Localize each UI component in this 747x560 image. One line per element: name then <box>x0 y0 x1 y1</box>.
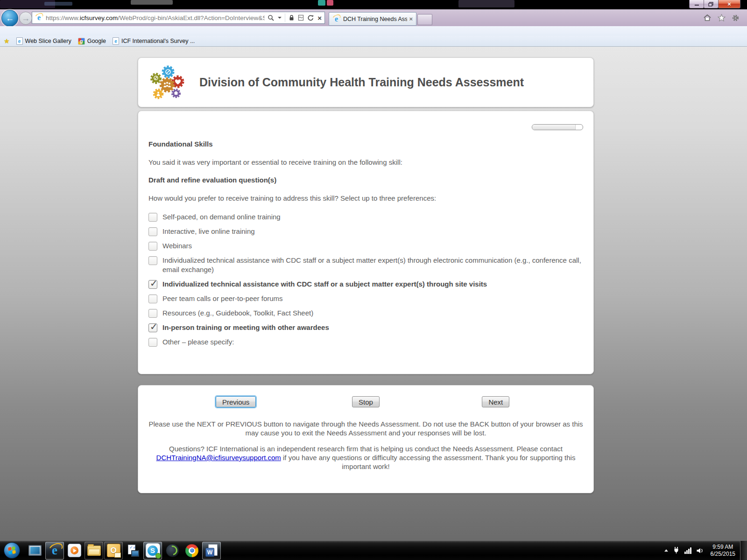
checkbox-label[interactable]: Interactive, live online training <box>162 227 255 236</box>
tools-gear-icon[interactable] <box>732 14 740 22</box>
favorites-bar-item[interactable]: ICF International's Survey ... <box>113 37 195 45</box>
hidden-icons-arrow[interactable] <box>664 549 668 552</box>
task-list-icon[interactable]: ✓✓ <box>124 542 142 560</box>
back-button[interactable]: ← <box>1 10 18 27</box>
checkbox[interactable] <box>148 213 157 222</box>
question-text: How would you prefer to receive training… <box>148 194 583 202</box>
dropdown-icon[interactable] <box>278 16 282 19</box>
window-titlebar <box>0 0 747 9</box>
option-row[interactable]: Individualized technical assistance with… <box>148 256 583 274</box>
ie-favicon: e <box>332 15 340 23</box>
skill-text: Draft and refine evaluation question(s) <box>148 176 583 184</box>
stop-icon[interactable]: × <box>317 14 322 21</box>
checkbox-label[interactable]: Other – please specify: <box>162 337 234 347</box>
favorite-label: Google <box>87 38 106 44</box>
option-row[interactable]: Peer team calls or peer-to-peer forums <box>148 294 583 303</box>
address-bar-icons: × <box>268 14 322 22</box>
lock-icon <box>289 14 295 21</box>
footer-note-2-post: if you have any questions or difficulty … <box>281 454 576 470</box>
home-icon[interactable] <box>703 14 712 21</box>
stop-button[interactable]: Stop <box>352 396 380 407</box>
checkbox-label[interactable]: Webinars <box>162 241 192 251</box>
browser-navigation-bar: ← → e https://www.icfsurvey.com/WebProd/… <box>0 9 747 26</box>
show-desktop-button[interactable] <box>740 541 747 560</box>
favorites-bar-item[interactable]: Web Slice Gallery <box>16 37 71 45</box>
taskbar: e O ✓✓ S W 9:59 AM 6/25/2015 <box>0 541 747 560</box>
options-list: Self-paced, on demand online training In… <box>148 212 583 347</box>
window-controls: × <box>690 0 740 8</box>
option-row[interactable]: Interactive, live online training <box>148 227 583 236</box>
network-signal-icon[interactable] <box>684 547 691 554</box>
tab-dch-training[interactable]: e DCH Training Needs Assess... × <box>329 12 416 26</box>
address-bar[interactable]: e https://www.icfsurvey.com/WebProd/cgi-… <box>32 12 325 24</box>
file-explorer-icon[interactable] <box>85 542 103 560</box>
minimize-icon <box>694 2 699 6</box>
option-row[interactable]: In-person training or meeting with other… <box>148 323 583 332</box>
favorite-site-icon <box>16 37 23 45</box>
cisco-anyconnect-icon[interactable] <box>163 542 182 560</box>
option-row[interactable]: Resources (e.g., Guidebook, Toolkit, Fac… <box>148 308 583 318</box>
checkbox[interactable] <box>148 294 157 303</box>
chrome-icon[interactable] <box>183 542 201 560</box>
tab-close-icon[interactable]: × <box>409 16 413 22</box>
checkbox-label[interactable]: Individualized technical assistance with… <box>162 256 583 274</box>
forward-arrow-icon: → <box>21 14 30 22</box>
close-icon: × <box>727 0 731 7</box>
next-button[interactable]: Next <box>482 396 509 407</box>
checkbox-label[interactable]: Peer team calls or peer-to-peer forums <box>162 294 283 303</box>
power-plug-icon[interactable] <box>673 546 680 554</box>
survey-question-card: Foundational Skills You said it was very… <box>138 111 594 374</box>
close-button[interactable]: × <box>718 0 740 8</box>
checkbox[interactable] <box>148 227 157 236</box>
word-icon[interactable]: W <box>202 542 221 560</box>
checkbox-label[interactable]: Self-paced, on demand online training <box>162 212 281 222</box>
gears-logo <box>149 64 186 101</box>
previous-button[interactable]: Previous <box>216 396 256 407</box>
volume-icon[interactable] <box>696 547 704 554</box>
button-row: Previous Stop Next <box>143 385 589 407</box>
start-button[interactable] <box>4 542 20 559</box>
checkbox[interactable] <box>148 323 157 332</box>
option-row[interactable]: Other – please specify: <box>148 337 583 347</box>
option-row[interactable]: Webinars <box>148 241 583 251</box>
skype-icon[interactable]: S <box>143 542 162 560</box>
favorites-bar-star-icon[interactable]: ★ <box>4 37 10 45</box>
checkbox[interactable] <box>148 338 157 347</box>
checkbox[interactable] <box>148 242 157 251</box>
favorites-star-icon[interactable] <box>718 14 726 21</box>
media-player-icon[interactable] <box>65 542 84 560</box>
outlook-icon[interactable]: O <box>104 542 123 560</box>
checkbox[interactable] <box>148 256 157 265</box>
maximize-restore-button[interactable] <box>704 0 719 8</box>
taskbar-clock[interactable]: 9:59 AM 6/25/2015 <box>711 544 735 558</box>
support-email-link[interactable]: DCHTrainingNA@icfisurveysupport.com <box>156 454 281 462</box>
checkbox-label[interactable]: Resources (e.g., Guidebook, Toolkit, Fac… <box>162 308 313 318</box>
page-title: Division of Community Health Training Ne… <box>199 76 524 89</box>
checkbox[interactable] <box>148 309 157 318</box>
navigation-footer-card: Previous Stop Next Please use the NEXT o… <box>138 385 594 493</box>
new-tab-button[interactable] <box>417 14 432 25</box>
background-window-artifact <box>131 0 173 5</box>
windows-flag-icon <box>8 546 16 554</box>
browser-toolbar-icons <box>703 9 740 26</box>
checkbox[interactable] <box>148 280 157 289</box>
clock-date: 6/25/2015 <box>711 551 735 558</box>
minimize-button[interactable] <box>689 0 704 8</box>
checkbox-label[interactable]: Individualized technical assistance with… <box>162 280 487 289</box>
refresh-icon[interactable] <box>307 14 314 21</box>
forward-button[interactable]: → <box>19 12 32 25</box>
option-row[interactable]: Self-paced, on demand online training <box>148 212 583 222</box>
option-row[interactable]: Individualized technical assistance with… <box>148 280 583 289</box>
compatibility-view-icon[interactable] <box>298 14 304 21</box>
url-text[interactable]: https://www.icfsurvey.com/WebProd/cgi-bi… <box>46 14 265 21</box>
ie-favicon: e <box>35 14 43 22</box>
internet-explorer-icon[interactable]: e <box>45 542 64 560</box>
remote-desktop-icon[interactable] <box>26 542 44 560</box>
tab-strip: e DCH Training Needs Assess... × <box>329 12 432 26</box>
search-icon[interactable] <box>268 14 275 21</box>
favorites-bar-item[interactable]: Google <box>78 38 106 45</box>
background-window-artifact <box>44 2 72 6</box>
system-tray <box>664 546 704 554</box>
clock-time: 9:59 AM <box>711 544 735 551</box>
checkbox-label[interactable]: In-person training or meeting with other… <box>162 323 329 332</box>
